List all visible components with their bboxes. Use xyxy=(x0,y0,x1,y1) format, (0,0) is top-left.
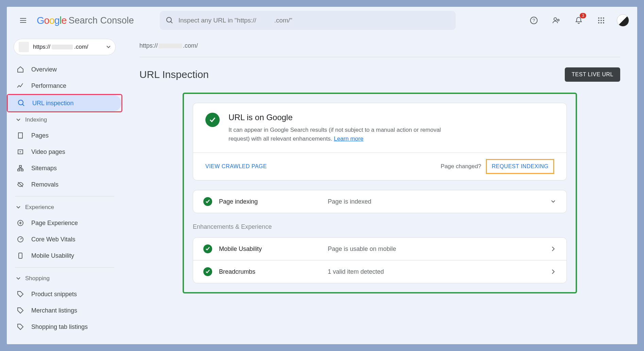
summary-title: URL is on Google xyxy=(228,113,460,122)
svg-point-4 xyxy=(558,19,559,21)
breadcrumbs-row[interactable]: Breadcrumbs 1 valid item detected xyxy=(193,260,566,283)
svg-rect-17 xyxy=(19,165,21,167)
sidebar-item-label: Mobile Usability xyxy=(31,252,74,259)
svg-point-3 xyxy=(554,18,557,20)
section-label: Shopping xyxy=(25,275,50,282)
sidebar-item-label: Pages xyxy=(31,132,49,139)
sidebar-item-label: Sitemaps xyxy=(31,165,57,172)
help-icon: ? xyxy=(530,16,538,25)
property-selector[interactable]: https://.com/ xyxy=(14,39,116,55)
row-value: 1 valid item detected xyxy=(328,268,543,275)
property-url: https://.com/ xyxy=(33,44,88,50)
section-label: Indexing xyxy=(25,116,47,123)
svg-point-12 xyxy=(600,22,602,23)
sitemap-icon xyxy=(16,164,24,172)
page-icon xyxy=(16,131,24,140)
sidebar-item-label: Merchant listings xyxy=(31,307,77,314)
mobile-usability-row[interactable]: Mobile Usability Page is usable on mobil… xyxy=(193,238,566,260)
test-live-url-button[interactable]: TEST LIVE URL xyxy=(565,67,620,82)
annotation-highlight: URL inspection xyxy=(7,94,122,112)
menu-button[interactable] xyxy=(15,12,31,29)
row-label: Breadcrumbs xyxy=(219,268,321,275)
gauge-icon xyxy=(16,235,24,243)
sidebar-item-performance[interactable]: Performance xyxy=(7,78,115,94)
chevron-right-icon xyxy=(550,269,556,275)
sidebar-item-url-inspection[interactable]: URL inspection xyxy=(8,95,121,111)
svg-point-13 xyxy=(603,22,604,23)
users-icon xyxy=(552,16,560,25)
logo: Google Search Console xyxy=(37,15,134,26)
sidebar-item-video-pages[interactable]: Video pages xyxy=(7,144,115,160)
svg-rect-19 xyxy=(21,169,23,171)
divider xyxy=(139,57,620,57)
annotation-frame: URL is on Google It can appear in Google… xyxy=(183,93,577,293)
svg-text:?: ? xyxy=(532,18,535,23)
sidebar-item-sitemaps[interactable]: Sitemaps xyxy=(7,160,115,176)
tag-icon xyxy=(16,323,24,331)
row-label: Mobile Usability xyxy=(219,245,321,253)
property-favicon xyxy=(19,42,29,52)
sidebar-item-label: Performance xyxy=(31,82,66,90)
sidebar-item-label: Removals xyxy=(31,181,58,188)
tag-icon xyxy=(16,306,24,315)
help-button[interactable]: ? xyxy=(527,14,541,27)
svg-point-8 xyxy=(598,20,599,21)
svg-rect-22 xyxy=(19,253,22,258)
sidebar-item-pages[interactable]: Pages xyxy=(7,127,115,144)
chart-icon xyxy=(16,82,24,90)
section-label: Experience xyxy=(25,204,54,211)
page-indexing-row[interactable]: Page indexing Page is indexed xyxy=(193,190,567,213)
product-name: Search Console xyxy=(69,15,134,26)
main-content: https://.com/ URL Inspection TEST LIVE U… xyxy=(122,34,637,344)
sidebar: https://.com/ Overview Performance URL i… xyxy=(7,34,122,344)
search-bar[interactable] xyxy=(160,11,456,30)
breadcrumb: https://.com/ xyxy=(139,42,620,49)
annotation-arrow xyxy=(122,97,122,109)
apps-button[interactable] xyxy=(594,14,608,27)
check-icon xyxy=(203,244,212,253)
sidebar-item-label: Video pages xyxy=(31,148,65,156)
view-crawled-page-button[interactable]: VIEW CRAWLED PAGE xyxy=(205,163,267,170)
apps-icon xyxy=(597,17,605,24)
enhancements-section-label: Enhancements & Experience xyxy=(193,223,567,230)
row-label: Page indexing xyxy=(219,198,321,205)
svg-point-14 xyxy=(18,100,23,105)
sidebar-item-page-experience[interactable]: Page Experience xyxy=(7,215,115,231)
search-icon xyxy=(17,99,26,107)
sidebar-section-shopping[interactable]: Shopping xyxy=(7,271,122,286)
svg-point-5 xyxy=(598,17,599,19)
sidebar-item-merchant-listings[interactable]: Merchant listings xyxy=(7,302,115,319)
sidebar-item-core-web-vitals[interactable]: Core Web Vitals xyxy=(7,231,115,248)
users-button[interactable] xyxy=(549,14,563,27)
sidebar-item-removals[interactable]: Removals xyxy=(7,176,115,193)
topbar: Google Search Console ? 3 xyxy=(7,7,637,34)
sidebar-item-shopping-tab-listings[interactable]: Shopping tab listings xyxy=(7,319,115,335)
circle-plus-icon xyxy=(16,219,24,227)
summary-description: It can appear in Google Search results (… xyxy=(228,126,460,143)
divider xyxy=(15,196,114,196)
summary-card: URL is on Google It can appear in Google… xyxy=(193,103,567,180)
sidebar-item-product-snippets[interactable]: Product snippets xyxy=(7,286,115,302)
check-icon xyxy=(203,197,212,206)
svg-point-10 xyxy=(603,20,604,21)
chevron-down-icon xyxy=(550,198,556,205)
url-inspect-input[interactable] xyxy=(179,17,450,24)
check-icon xyxy=(205,113,220,127)
sidebar-item-label: Product snippets xyxy=(31,291,77,298)
chevron-down-icon xyxy=(16,205,20,209)
learn-more-link[interactable]: Learn more xyxy=(334,135,363,142)
sidebar-section-experience[interactable]: Experience xyxy=(7,200,122,215)
page-changed-label: Page changed? xyxy=(441,163,481,170)
request-indexing-button[interactable]: REQUEST INDEXING xyxy=(486,159,554,174)
sidebar-item-mobile-usability[interactable]: Mobile Usability xyxy=(7,248,115,264)
svg-rect-15 xyxy=(18,133,22,138)
row-value: Page is indexed xyxy=(328,198,543,205)
tag-icon xyxy=(16,290,24,298)
sidebar-section-indexing[interactable]: Indexing xyxy=(7,112,122,127)
row-value: Page is usable on mobile xyxy=(328,245,543,253)
notifications-button[interactable]: 3 xyxy=(572,14,586,27)
home-icon xyxy=(16,65,24,74)
sidebar-item-label: Page Experience xyxy=(31,220,78,227)
sidebar-item-overview[interactable]: Overview xyxy=(7,61,115,78)
avatar[interactable] xyxy=(617,14,629,27)
